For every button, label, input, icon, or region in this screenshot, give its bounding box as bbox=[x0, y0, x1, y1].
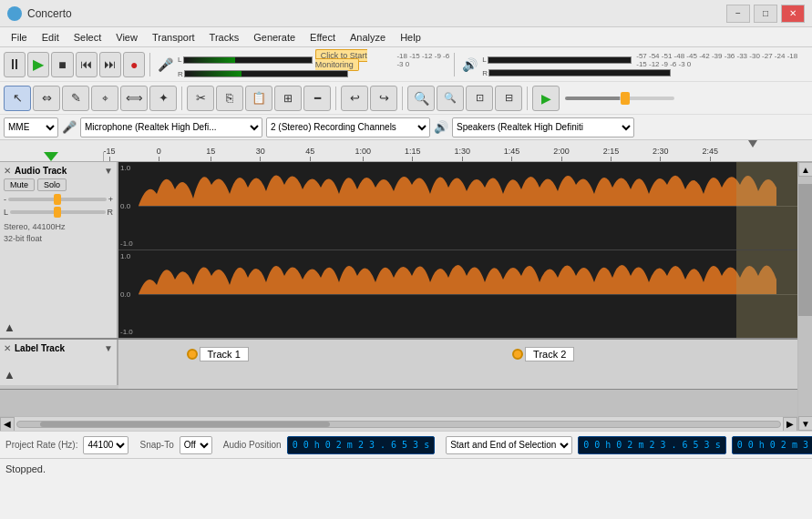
menu-effect[interactable]: Effect bbox=[303, 30, 343, 45]
vscroll-track[interactable] bbox=[798, 177, 812, 416]
menu-select[interactable]: Select bbox=[67, 30, 109, 45]
monitor-button[interactable]: Click to Start Monitoring bbox=[315, 51, 393, 69]
audio-position-display[interactable]: 0 0 h 0 2 m 2 3 . 6 5 3 s bbox=[287, 436, 436, 454]
selection-tool-button[interactable]: ↖ bbox=[4, 86, 31, 111]
menu-tracks[interactable]: Tracks bbox=[202, 30, 247, 45]
cut-button[interactable]: ✂ bbox=[187, 86, 214, 111]
audio-api-select[interactable]: MME WDM ASIO bbox=[4, 117, 58, 137]
scroll-down-button[interactable]: ▼ bbox=[798, 416, 812, 431]
playhead-icon[interactable] bbox=[748, 140, 757, 148]
skip-forward-button[interactable]: ⏭ bbox=[99, 52, 121, 77]
maximize-button[interactable]: □ bbox=[754, 5, 777, 23]
trim-button[interactable]: ⊞ bbox=[274, 86, 302, 111]
bottom-toolbar: Project Rate (Hz): 44100 48000 22050 Sna… bbox=[0, 431, 812, 458]
toolbar-sep-3 bbox=[181, 86, 182, 110]
track-expand-button[interactable]: ▲ bbox=[4, 321, 15, 334]
selection-start-display[interactable]: 0 0 h 0 2 m 2 3 . 6 5 3 s bbox=[578, 436, 726, 454]
menu-transport[interactable]: Transport bbox=[145, 30, 202, 45]
track-empty-area bbox=[0, 390, 797, 416]
audio-track-close-button[interactable]: ✕ bbox=[4, 166, 11, 176]
label-track-menu-button[interactable]: ▼ bbox=[104, 343, 113, 353]
db-mid-label-bot: 0.0 bbox=[120, 290, 130, 298]
project-rate-select[interactable]: 44100 48000 22050 bbox=[83, 436, 128, 454]
close-button[interactable]: ✕ bbox=[781, 5, 805, 23]
hscroll-track[interactable] bbox=[16, 421, 781, 428]
ruler-tick: 2:00 bbox=[553, 147, 570, 161]
snap-to-select[interactable]: Off On bbox=[180, 436, 212, 454]
scroll-left-button[interactable]: ◀ bbox=[0, 417, 15, 432]
selection-mode-select[interactable]: Start and End of Selection Length of Sel… bbox=[446, 436, 572, 454]
audio-track: ✕ Audio Track ▼ Mute Solo - + L bbox=[0, 162, 797, 340]
skip-back-button[interactable]: ⏮ bbox=[76, 52, 98, 77]
recording-channels-select[interactable]: 2 (Stereo) Recording Channels 1 (Mono) R… bbox=[266, 117, 430, 137]
label-track-expand[interactable]: ▲ bbox=[4, 368, 113, 382]
label-pin-track1[interactable] bbox=[187, 349, 198, 360]
record-button[interactable]: ● bbox=[123, 52, 145, 77]
menu-analyze[interactable]: Analyze bbox=[343, 30, 393, 45]
time-shift-button[interactable]: ⟺ bbox=[120, 86, 148, 111]
undo-button[interactable]: ↩ bbox=[341, 86, 368, 111]
audio-waveform-area[interactable]: 1.0 0.0 -1.0 1.0 0.0 -1.0 bbox=[118, 162, 797, 338]
fit-project-button[interactable]: ⊡ bbox=[466, 86, 493, 111]
ruler-tick: 2:15 bbox=[603, 147, 620, 161]
gain-slider[interactable] bbox=[8, 198, 107, 201]
zoom-out-button[interactable]: 🔍 bbox=[437, 86, 464, 111]
expand-icon[interactable]: ▲ bbox=[4, 321, 15, 334]
statusbar: Stopped. bbox=[0, 458, 812, 478]
paste-button[interactable]: 📋 bbox=[245, 86, 272, 111]
scroll-right-button[interactable]: ▶ bbox=[783, 417, 797, 432]
stop-button[interactable]: ■ bbox=[51, 52, 73, 77]
zoom-tool-button[interactable]: ⌖ bbox=[91, 86, 118, 111]
pan-knob[interactable] bbox=[54, 207, 61, 218]
output-level-bar-R bbox=[488, 69, 671, 76]
start-marker[interactable] bbox=[44, 152, 58, 161]
label-text-track2: Track 2 bbox=[525, 347, 574, 361]
speed-knob[interactable] bbox=[621, 92, 630, 105]
playback-speed-slider[interactable] bbox=[565, 97, 674, 100]
vertical-scrollbar: ▲ ▼ bbox=[797, 162, 812, 431]
label-track-title: Label Track bbox=[15, 343, 104, 353]
label-track-content[interactable]: Track 1 Track 2 bbox=[118, 340, 797, 389]
solo-button[interactable]: Solo bbox=[37, 178, 67, 191]
mic-device-icon: 🎤 bbox=[62, 120, 77, 134]
multi-tool-button[interactable]: ✦ bbox=[149, 86, 177, 111]
hscroll-thumb[interactable] bbox=[40, 422, 330, 427]
playback-speed-slider-container bbox=[565, 97, 674, 100]
speaker-device-icon: 🔊 bbox=[434, 120, 448, 134]
play-at-speed-button[interactable]: ▶ bbox=[532, 86, 560, 111]
mute-button[interactable]: Mute bbox=[4, 178, 35, 191]
db-top-label-bot: 1.0 bbox=[120, 252, 130, 260]
pan-R-label: R bbox=[108, 208, 114, 217]
channel-bottom: 1.0 0.0 -1.0 bbox=[118, 250, 797, 339]
gain-knob[interactable] bbox=[54, 194, 61, 205]
menu-edit[interactable]: Edit bbox=[35, 30, 67, 45]
audio-track-menu-button[interactable]: ▼ bbox=[104, 166, 113, 176]
selection-end-display[interactable]: 0 0 h 0 2 m 3 6 . 7 7 6 s bbox=[732, 436, 812, 454]
menu-view[interactable]: View bbox=[108, 30, 145, 45]
redo-button[interactable]: ↪ bbox=[370, 86, 397, 111]
silence-button[interactable]: ━ bbox=[303, 86, 331, 111]
playback-device-select[interactable]: Speakers (Realtek High Definiti bbox=[452, 117, 634, 137]
scroll-up-button[interactable]: ▲ bbox=[798, 162, 812, 177]
envelope-tool-button[interactable]: ⇔ bbox=[33, 86, 60, 111]
pan-slider[interactable] bbox=[10, 210, 105, 214]
label-pin-track2[interactable] bbox=[512, 349, 523, 360]
menu-file[interactable]: File bbox=[4, 30, 35, 45]
click-to-monitor-btn[interactable]: Click to Start Monitoring bbox=[315, 49, 367, 71]
menu-help[interactable]: Help bbox=[393, 30, 428, 45]
label-track-close-button[interactable]: ✕ bbox=[4, 343, 11, 353]
fit-selection-button[interactable]: ⊟ bbox=[495, 86, 522, 111]
gain-min-label: - bbox=[4, 195, 6, 204]
label-expand-icon[interactable]: ▲ bbox=[4, 368, 15, 382]
minimize-button[interactable]: − bbox=[726, 5, 750, 23]
play-button[interactable]: ▶ bbox=[27, 52, 49, 77]
vscroll-thumb[interactable] bbox=[798, 184, 812, 316]
output-level-meter: L -57 -54 -51 -48 -45 -42 -39 -36 -33 -3… bbox=[482, 52, 808, 77]
pause-button[interactable]: ⏸ bbox=[4, 52, 26, 77]
draw-tool-button[interactable]: ✎ bbox=[62, 86, 89, 111]
gain-max-label: + bbox=[108, 195, 113, 204]
zoom-in-button[interactable]: 🔍 bbox=[407, 86, 435, 111]
copy-button[interactable]: ⎘ bbox=[216, 86, 243, 111]
microphone-select[interactable]: Microphone (Realtek High Defi... bbox=[80, 117, 262, 137]
menu-generate[interactable]: Generate bbox=[246, 30, 303, 45]
